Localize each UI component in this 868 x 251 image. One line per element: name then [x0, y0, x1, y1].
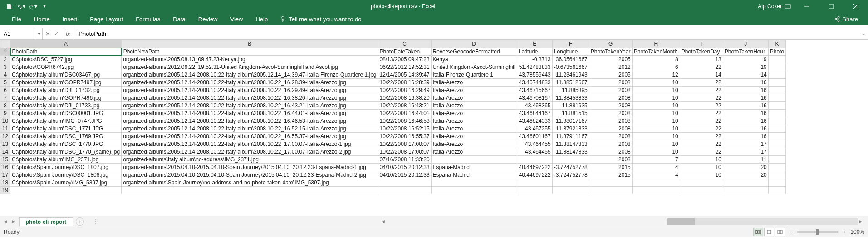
cell[interactable]: C:\photos\Spain Journey\DSC_1807.jpg [10, 164, 122, 171]
row-header[interactable]: 5 [0, 79, 10, 87]
cell[interactable] [768, 87, 785, 94]
cell[interactable]: 2008 [589, 140, 632, 148]
cell[interactable]: organized-albums\2005.12.14-2008.10.22-I… [122, 117, 378, 125]
cell[interactable] [552, 156, 589, 164]
cell[interactable]: Italia-Arezzo [431, 102, 517, 110]
row-header[interactable]: 9 [0, 110, 10, 117]
cell[interactable]: Italia-Arezzo [431, 148, 517, 156]
cell[interactable]: 43.46824333 [517, 117, 552, 125]
horizontal-scrollbar[interactable] [667, 218, 858, 225]
name-box-dropdown[interactable]: ▼ [36, 28, 43, 39]
cell[interactable] [517, 179, 552, 187]
zoom-out-button[interactable]: − [790, 229, 793, 235]
cell[interactable]: 2008 [589, 87, 632, 94]
column-header[interactable]: D [431, 40, 517, 48]
row-header[interactable]: 13 [0, 140, 10, 148]
fx-icon[interactable]: fx [62, 28, 74, 39]
qat-customize-icon[interactable]: ▼ [39, 1, 50, 11]
cell[interactable]: C:\photos\Italy album\IMG_2371.jpg [10, 156, 122, 164]
cell[interactable]: PhotoDateTaken [378, 48, 431, 56]
cell[interactable]: C:\photos\Italy album\DSC_1770_(same).jp… [10, 148, 122, 156]
page-break-view-button[interactable] [775, 228, 785, 236]
cell[interactable]: 2015 [589, 171, 632, 179]
cell[interactable] [768, 117, 785, 125]
redo-icon[interactable]: ▾ [27, 1, 38, 11]
cell[interactable]: 2008 [589, 133, 632, 140]
cell[interactable]: organized-albums\2005.08.13_09.47.23-Ken… [122, 56, 378, 63]
spreadsheet-grid[interactable]: ABCDEFGHIJK1PhotoPathPhotoNewPathPhotoDa… [0, 40, 868, 216]
cell[interactable] [768, 187, 785, 194]
cell[interactable]: 11.88453833 [552, 94, 589, 102]
cell[interactable]: 10/22/2008 16:43:21 [378, 102, 431, 110]
row-header[interactable]: 17 [0, 171, 10, 179]
cell[interactable] [431, 156, 517, 164]
cell[interactable]: 16 [723, 87, 768, 94]
cell[interactable]: organized-albums\Spain Journey\no-addres… [122, 179, 378, 187]
sheet-nav-prev-icon[interactable]: ◄ [3, 218, 8, 225]
cell[interactable]: 43.46744833 [517, 79, 552, 87]
cell[interactable]: organized-albums\2005.12.14-2008.10.22-I… [122, 110, 378, 117]
cancel-formula-icon[interactable]: ✕ [45, 30, 50, 37]
cell[interactable] [589, 179, 632, 187]
cell[interactable]: 43.78559443 [517, 71, 552, 79]
cell[interactable]: 20 [723, 164, 768, 171]
cell[interactable]: 43.46844167 [517, 110, 552, 117]
undo-icon[interactable]: ▾ [15, 1, 26, 11]
cell[interactable]: 43.46708167 [517, 94, 552, 102]
cell[interactable]: 10/22/2008 16:55:37 [378, 133, 431, 140]
cell[interactable]: 43.468365 [517, 102, 552, 110]
cell[interactable]: C:\photos\Spain Journey\IMG_5397.jpg [10, 179, 122, 187]
cell[interactable] [680, 179, 723, 187]
row-header[interactable]: 10 [0, 117, 10, 125]
cell[interactable]: 10/22/2008 17:00:07 [378, 140, 431, 148]
cell[interactable]: 22 [680, 94, 723, 102]
cell[interactable]: 2012 [589, 63, 632, 71]
cell[interactable]: 10 [632, 102, 680, 110]
cell[interactable]: 10/22/2008 16:46:53 [378, 117, 431, 125]
cell[interactable]: organized-albums\2005.12.14-2008.10.22-I… [122, 87, 378, 94]
cell[interactable]: 10 [632, 133, 680, 140]
cell[interactable]: España-Madrid [431, 171, 517, 179]
cell[interactable]: Italia-Firenze-Quartiere 1 [431, 71, 517, 79]
cell[interactable]: 11 [723, 156, 768, 164]
cell[interactable]: 11.881635 [552, 102, 589, 110]
cell[interactable]: 10 [632, 148, 680, 156]
cell[interactable]: 36.05641667 [552, 56, 589, 63]
tab-file[interactable]: File [5, 13, 28, 25]
cell[interactable]: PhotoNewPath [122, 48, 378, 56]
cell[interactable]: 10/22/2008 16:28:39 [378, 79, 431, 87]
column-header[interactable]: K [768, 40, 785, 48]
tab-help[interactable]: Help [249, 13, 274, 25]
cell[interactable]: 11.87921333 [552, 125, 589, 133]
cell[interactable]: 07/16/2008 11:33:20 [378, 156, 431, 164]
cell[interactable]: 4 [632, 171, 680, 179]
column-header[interactable]: B [122, 40, 378, 48]
cell[interactable]: organized-albums\2005.12.14-2008.10.22-I… [122, 125, 378, 133]
cell[interactable]: C:\photos\GOPR6742.jpg [10, 63, 122, 71]
cell[interactable]: 16 [723, 125, 768, 133]
tab-home[interactable]: Home [28, 13, 56, 25]
cell[interactable]: 51.42483833 [517, 63, 552, 71]
cell[interactable]: Italia-Arezzo [431, 79, 517, 87]
cell[interactable]: 2008 [589, 79, 632, 87]
cell[interactable]: Photo [768, 48, 785, 56]
cell[interactable]: 10/22/2008 16:38:20 [378, 94, 431, 102]
cell[interactable]: C:\photos\Italy album\GOPR7497.jpg [10, 79, 122, 87]
cell[interactable]: Longitude [552, 48, 589, 56]
cell[interactable]: 10/22/2008 16:29:49 [378, 87, 431, 94]
tab-insert[interactable]: Insert [56, 13, 84, 25]
cell[interactable]: PhotoPath [10, 48, 122, 56]
cell[interactable]: 04/10/2015 20:12:33 [378, 171, 431, 179]
cell[interactable]: Italia-Arezzo [431, 117, 517, 125]
cell[interactable] [552, 187, 589, 194]
cell[interactable] [768, 164, 785, 171]
cell[interactable]: 2005 [589, 71, 632, 79]
cell[interactable]: 43.464455 [517, 140, 552, 148]
cell[interactable] [632, 187, 680, 194]
cell[interactable]: C:\photos\Italy album\DSC03467.jpg [10, 71, 122, 79]
cell[interactable]: 11.87911167 [552, 133, 589, 140]
cell[interactable]: Italia-Arezzo [431, 110, 517, 117]
cell[interactable]: 22 [680, 79, 723, 87]
cell[interactable]: 22 [680, 102, 723, 110]
cell[interactable] [122, 187, 378, 194]
